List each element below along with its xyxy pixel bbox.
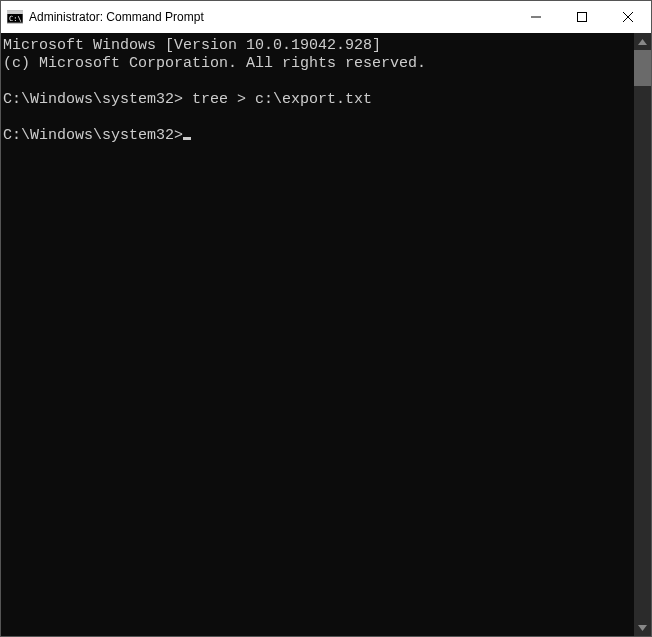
scroll-up-button[interactable]: [634, 33, 651, 50]
svg-marker-8: [638, 625, 647, 631]
cmd-icon: C:\: [7, 9, 23, 25]
minimize-button[interactable]: [513, 1, 559, 33]
svg-rect-4: [578, 13, 587, 22]
header-line-1: Microsoft Windows [Version 10.0.19042.92…: [3, 37, 634, 55]
command-prompt-window: C:\ Administrator: Command Prompt Micros…: [0, 0, 652, 637]
header-line-2: (c) Microsoft Corporation. All rights re…: [3, 55, 634, 73]
prompt-line-1: C:\Windows\system32> tree > c:\export.tx…: [3, 91, 634, 109]
blank-line: [3, 109, 634, 127]
prompt-line-2: C:\Windows\system32>: [3, 127, 634, 145]
scroll-down-button[interactable]: [634, 619, 651, 636]
terminal-area: Microsoft Windows [Version 10.0.19042.92…: [1, 33, 651, 636]
prompt-command: tree > c:\export.txt: [183, 91, 372, 108]
close-button[interactable]: [605, 1, 651, 33]
maximize-button[interactable]: [559, 1, 605, 33]
titlebar[interactable]: C:\ Administrator: Command Prompt: [1, 1, 651, 33]
terminal-output[interactable]: Microsoft Windows [Version 10.0.19042.92…: [1, 33, 634, 636]
vertical-scrollbar[interactable]: [634, 33, 651, 636]
prompt-path: C:\Windows\system32>: [3, 91, 183, 108]
blank-line: [3, 73, 634, 91]
prompt-path: C:\Windows\system32>: [3, 127, 183, 144]
window-controls: [513, 1, 651, 33]
cursor: [183, 137, 191, 140]
svg-marker-7: [638, 39, 647, 45]
window-title: Administrator: Command Prompt: [29, 10, 204, 24]
scroll-thumb[interactable]: [634, 50, 651, 86]
svg-text:C:\: C:\: [9, 15, 22, 23]
svg-rect-1: [7, 11, 23, 14]
